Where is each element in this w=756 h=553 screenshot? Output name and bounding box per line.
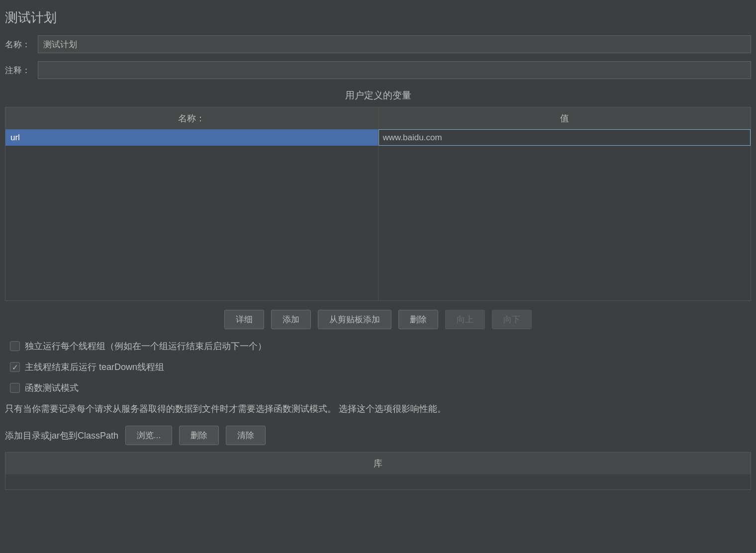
table-col-name: url (5, 129, 378, 300)
delete-button[interactable]: 删除 (398, 310, 438, 329)
column-value-header[interactable]: 值 (378, 107, 751, 129)
table-row-name-cell[interactable]: url (5, 129, 378, 146)
column-name-header[interactable]: 名称： (5, 107, 378, 129)
checkbox-functional-test-label: 函数测试模式 (25, 382, 79, 394)
checkbox-run-serial-row: 独立运行每个线程组（例如在一个组运行结束后启动下一个） (5, 340, 751, 352)
add-from-clipboard-button[interactable]: 从剪贴板添加 (318, 310, 391, 329)
variable-value-input[interactable] (378, 129, 751, 146)
classpath-delete-button[interactable]: 删除 (179, 426, 219, 445)
down-button[interactable]: 向下 (492, 310, 532, 329)
table-row-value-cell[interactable] (378, 129, 751, 146)
comment-input[interactable] (38, 61, 751, 79)
checkbox-run-serial-label: 独立运行每个线程组（例如在一个组运行结束后启动下一个） (25, 340, 267, 352)
checkbox-teardown[interactable] (10, 362, 20, 372)
checkbox-run-serial[interactable] (10, 341, 20, 351)
name-input[interactable] (38, 35, 751, 53)
up-button[interactable]: 向上 (445, 310, 485, 329)
variables-table: 名称： 值 url (5, 107, 751, 301)
checkbox-teardown-row: 主线程结束后运行 tearDown线程组 (5, 361, 751, 373)
table-header: 名称： 值 (5, 107, 751, 129)
classpath-row: 添加目录或jar包到ClassPath 浏览... 删除 清除 (5, 426, 751, 445)
comment-label: 注释： (5, 65, 38, 76)
library-header: 库 (5, 453, 751, 474)
checkbox-teardown-label: 主线程结束后运行 tearDown线程组 (25, 361, 164, 373)
checkbox-functional-test[interactable] (10, 383, 20, 393)
page-title: 测试计划 (5, 9, 751, 26)
name-label: 名称： (5, 39, 38, 50)
library-section: 库 (5, 452, 751, 490)
variable-button-row: 详细 添加 从剪贴板添加 删除 向上 向下 (5, 310, 751, 329)
functional-test-info: 只有当你需要记录每个请求从服务器取得的数据到文件时才需要选择函数测试模式。 选择… (5, 403, 751, 415)
comment-row: 注释： (5, 61, 751, 79)
table-col-value (378, 129, 751, 300)
name-row: 名称： (5, 35, 751, 53)
variables-section-title: 用户定义的变量 (5, 89, 751, 102)
checkbox-functional-test-row: 函数测试模式 (5, 382, 751, 394)
detail-button[interactable]: 详细 (224, 310, 264, 329)
add-button[interactable]: 添加 (271, 310, 311, 329)
classpath-label: 添加目录或jar包到ClassPath (5, 430, 118, 442)
table-body: url (5, 129, 751, 300)
clear-button[interactable]: 清除 (226, 426, 266, 445)
library-body[interactable] (5, 474, 751, 489)
browse-button[interactable]: 浏览... (125, 426, 172, 445)
